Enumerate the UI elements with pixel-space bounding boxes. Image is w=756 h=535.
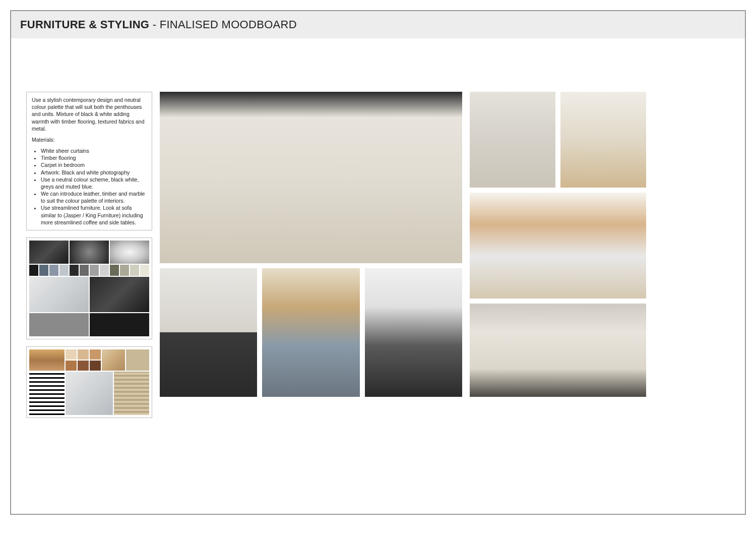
swatch-image	[110, 241, 149, 264]
description-box: Use a stylish contemporary design and ne…	[26, 92, 152, 230]
swatch-image	[66, 372, 113, 415]
material-item: We can introduce leather, timber and mar…	[41, 190, 147, 204]
color-swatch	[70, 265, 79, 276]
hero-image	[160, 92, 462, 263]
palette-board-2	[26, 346, 152, 418]
swatch-texture	[102, 349, 125, 371]
moodboard-image	[262, 268, 359, 397]
palette-1-grid	[29, 241, 149, 336]
middle-column	[160, 92, 462, 397]
palette-board-1	[26, 237, 152, 339]
moodboard-image	[160, 268, 257, 397]
palette-2-grid	[29, 349, 149, 415]
swatch-image	[29, 277, 89, 312]
color-swatch	[100, 265, 109, 276]
color-swatch	[80, 265, 89, 276]
swatch-texture	[114, 372, 149, 415]
color-swatch	[110, 265, 119, 276]
right-row-2	[470, 193, 646, 299]
page-frame: FURNITURE & STYLING - FINALISED MOODBOAR…	[10, 10, 746, 515]
title-light: FINALISED MOODBOARD	[160, 18, 297, 31]
color-swatch	[66, 349, 77, 360]
moodboard-image	[365, 268, 462, 397]
color-swatch	[78, 361, 89, 371]
color-swatch	[120, 265, 129, 276]
color-swatch	[39, 265, 48, 276]
moodboard-image	[560, 92, 646, 188]
color-swatch	[59, 265, 69, 276]
swatch-image	[29, 349, 65, 371]
title-bold: FURNITURE & STYLING	[20, 18, 149, 31]
swatch-texture	[29, 313, 89, 336]
color-swatch	[140, 265, 149, 276]
materials-label: Materials:	[32, 136, 147, 143]
swatch-texture	[126, 349, 149, 371]
swatch-image	[29, 241, 69, 264]
color-swatch	[66, 361, 77, 371]
mid-row-images	[160, 268, 462, 397]
right-row-3	[470, 304, 646, 397]
color-swatch	[90, 361, 101, 371]
title-bar: FURNITURE & STYLING - FINALISED MOODBOAR…	[11, 11, 745, 38]
left-column: Use a stylish contemporary design and ne…	[26, 92, 152, 425]
content-area: Use a stylish contemporary design and ne…	[26, 92, 730, 433]
material-item: Artwork: Black and white photography	[41, 169, 147, 176]
color-swatch	[78, 349, 89, 360]
right-row-1	[470, 92, 646, 188]
material-item: White sheer curtains	[41, 147, 147, 154]
color-swatch	[130, 265, 139, 276]
right-column	[470, 92, 646, 397]
swatch-texture	[90, 313, 149, 336]
color-swatch	[90, 265, 99, 276]
description-intro: Use a stylish contemporary design and ne…	[32, 96, 147, 132]
title-sep: -	[149, 18, 159, 31]
material-item: Use streamlined furniture. Look at sofa …	[41, 204, 147, 226]
materials-list: White sheer curtains Timber flooring Car…	[32, 147, 147, 226]
swatch-texture	[90, 277, 149, 312]
material-item: Use a neutral colour scheme, black white…	[41, 176, 147, 190]
color-swatch	[90, 349, 101, 360]
moodboard-image	[470, 304, 646, 397]
material-item: Carpet in bedroom	[41, 161, 147, 168]
moodboard-image	[470, 193, 646, 299]
swatch-pattern	[29, 372, 65, 415]
swatch-image	[70, 241, 109, 264]
moodboard-image	[470, 92, 555, 188]
material-item: Timber flooring	[41, 154, 147, 161]
color-swatch	[49, 265, 58, 276]
color-swatch	[29, 265, 38, 276]
